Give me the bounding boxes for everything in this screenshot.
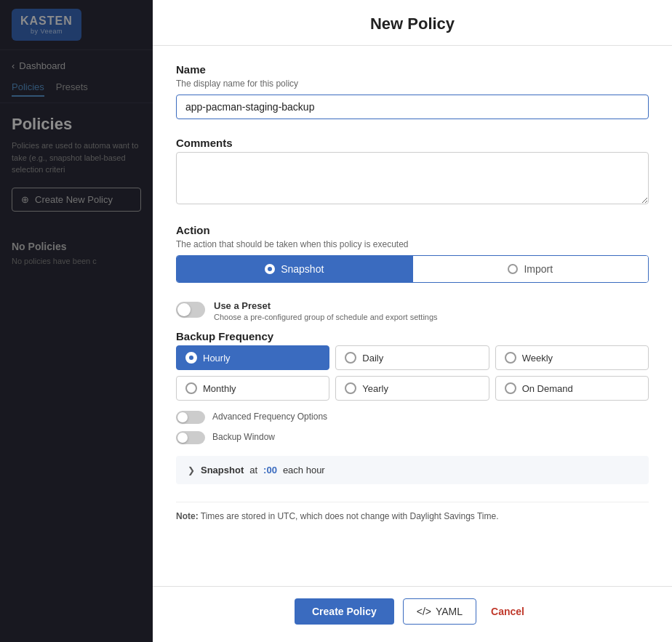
freq-daily-btn[interactable]: Daily <box>335 345 489 370</box>
create-policy-button[interactable]: Create Policy <box>295 598 394 625</box>
action-snapshot-btn[interactable]: Snapshot <box>177 256 412 282</box>
backup-window-toggle[interactable] <box>176 431 205 444</box>
advanced-freq-row: Advanced Frequency Options <box>176 409 649 424</box>
advanced-freq-label: Advanced Frequency Options <box>212 412 327 422</box>
snapshot-btn-label: Snapshot <box>281 263 324 275</box>
freq-monthly-btn[interactable]: Monthly <box>176 376 329 401</box>
frequency-grid: Hourly Daily Weekly Monthly Yearly <box>176 345 649 401</box>
action-import-btn[interactable]: Import <box>412 256 649 282</box>
backup-window-row: Backup Window <box>176 430 649 444</box>
note-text: Note: Times are stored in UTC, which doe… <box>176 502 649 524</box>
use-preset-hint: Choose a pre-configured group of schedul… <box>214 313 438 321</box>
freq-yearly-btn[interactable]: Yearly <box>335 376 489 401</box>
name-section: Name The display name for this policy <box>176 63 649 119</box>
freq-monthly-label: Monthly <box>203 383 236 394</box>
sidebar-overlay <box>0 0 153 642</box>
modal-title: New Policy <box>176 15 649 33</box>
freq-hourly-btn[interactable]: Hourly <box>176 345 329 370</box>
note-body: Times are stored in UTC, which does not … <box>201 511 499 521</box>
radio-empty-icon <box>508 264 518 274</box>
backup-window-label: Backup Window <box>212 432 275 442</box>
sidebar: KASTEN by Veeam ‹ Dashboard Policies Pre… <box>0 0 153 642</box>
radio-filled-icon <box>265 264 275 274</box>
freq-on-demand-btn[interactable]: On Demand <box>495 376 649 401</box>
freq-daily-label: Daily <box>362 353 383 364</box>
action-toggle: Snapshot Import <box>176 255 649 283</box>
modal-body: Name The display name for this policy Co… <box>153 46 672 586</box>
modal-header: New Policy <box>153 0 672 46</box>
backup-frequency-section: Backup Frequency Hourly Daily Weekly <box>176 330 649 484</box>
radio-daily-icon <box>345 352 356 364</box>
snapshot-info-time: :00 <box>263 465 277 476</box>
comments-textarea[interactable] <box>176 152 649 204</box>
snapshot-info-suffix: each hour <box>283 465 325 476</box>
action-hint: The action that should be taken when thi… <box>176 239 649 249</box>
snapshot-info-prefix: Snapshot <box>201 465 244 476</box>
comments-label: Comments <box>176 137 649 149</box>
freq-hourly-label: Hourly <box>203 353 231 364</box>
backup-frequency-label: Backup Frequency <box>176 330 649 342</box>
action-section: Action The action that should be taken w… <box>176 224 649 283</box>
freq-yearly-label: Yearly <box>362 383 388 394</box>
name-input[interactable] <box>176 95 649 119</box>
expand-icon[interactable]: ❯ <box>188 465 195 476</box>
radio-monthly-icon <box>185 382 197 394</box>
main-content: New Policy Name The display name for thi… <box>153 0 672 642</box>
note-prefix: Note: <box>176 511 199 521</box>
code-icon: </> <box>417 606 431 617</box>
freq-options-row: Advanced Frequency Options Backup Window <box>176 409 649 444</box>
freq-weekly-btn[interactable]: Weekly <box>495 345 649 370</box>
name-hint: The display name for this policy <box>176 79 649 89</box>
cancel-button[interactable]: Cancel <box>485 598 530 625</box>
backup-window-knob <box>177 433 188 443</box>
comments-section: Comments <box>176 137 649 206</box>
radio-hourly-icon <box>185 352 197 364</box>
import-btn-label: Import <box>524 263 553 275</box>
radio-weekly-icon <box>505 352 516 364</box>
radio-on-demand-icon <box>505 382 516 394</box>
snapshot-info-row: ❯ Snapshot at :00 each hour <box>176 456 649 484</box>
use-preset-text: Use a Preset Choose a pre-configured gro… <box>214 300 438 321</box>
yaml-label: YAML <box>436 606 463 617</box>
freq-weekly-label: Weekly <box>522 353 553 364</box>
use-preset-toggle[interactable] <box>176 302 205 318</box>
use-preset-label: Use a Preset <box>214 300 438 311</box>
freq-on-demand-label: On Demand <box>522 383 573 394</box>
toggle-knob <box>177 303 191 316</box>
action-label: Action <box>176 224 649 236</box>
advanced-freq-knob <box>177 412 188 422</box>
advanced-freq-toggle[interactable] <box>176 411 205 424</box>
modal-footer: Create Policy </> YAML Cancel <box>153 586 672 642</box>
yaml-button[interactable]: </> YAML <box>403 598 476 625</box>
snapshot-info-at: at <box>249 465 257 476</box>
use-preset-row: Use a Preset Choose a pre-configured gro… <box>176 300 649 321</box>
radio-yearly-icon <box>345 382 356 394</box>
name-label: Name <box>176 63 649 76</box>
